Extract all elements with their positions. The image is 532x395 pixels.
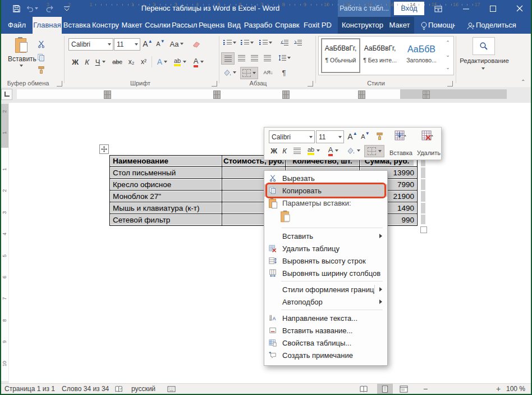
mini-font-size-combo[interactable]: 11 [316,130,344,143]
zoom-level[interactable]: 100 % [506,384,525,394]
text-effects-button[interactable]: А [155,56,169,67]
column-marker-icon[interactable] [104,90,111,99]
collapse-ribbon-icon[interactable]: ⌃ [521,79,525,85]
tab-selector[interactable] [1,89,12,100]
tab-developer[interactable]: Разрабо [244,17,273,34]
tab-mailings[interactable]: Рассылы [172,17,198,34]
mini-shrink-font-button[interactable]: A▼ [360,130,371,142]
mini-format-painter-button[interactable] [373,130,386,142]
shrink-font-button[interactable]: A▼ [155,38,166,49]
menu-item-cut[interactable]: Вырезать [264,172,387,184]
styles-dialog-launcher[interactable] [447,81,453,87]
font-size-combo[interactable]: 11 [114,38,140,51]
keyboard-icon[interactable] [167,385,176,395]
tab-design[interactable]: Констру [92,17,119,34]
mini-bold-button[interactable]: Ж [269,145,279,156]
bullets-button[interactable] [222,37,237,48]
share-icon[interactable] [465,20,477,31]
menu-item-table-properties[interactable]: Свойства таблицы... [264,337,387,349]
numbering-button[interactable] [239,37,255,48]
paste-button[interactable]: Вставить [8,37,35,79]
style-no-spacing[interactable]: АаБбВвГг, ¶ Без инте... [361,38,398,72]
mini-insert-button[interactable]: Вставка [388,129,414,157]
menu-item-insert-caption[interactable]: Вставить название... [264,324,387,337]
menu-item-insert[interactable]: Вставить [264,230,387,242]
mini-shading-button[interactable] [344,145,362,156]
column-marker-icon[interactable] [213,90,221,99]
align-right-button[interactable] [248,52,260,63]
grow-font-button[interactable]: A▲ [141,38,154,49]
close-button[interactable] [510,0,530,17]
line-spacing-button[interactable] [276,52,293,63]
align-left-button[interactable] [221,52,235,65]
save-icon[interactable] [10,3,22,14]
copy-button[interactable] [35,52,47,63]
tab-insert[interactable]: Вставка [63,17,91,34]
sort-button[interactable]: АЯ↓ [262,67,275,78]
table-resize-handle[interactable] [420,226,427,233]
page-indicator[interactable]: Страница 1 из 1 [4,384,55,394]
mini-grow-font-button[interactable]: A▲ [346,130,359,142]
tab-table-layout[interactable]: Макет [386,17,413,34]
style-normal[interactable]: АаБбВвГг, ¶ Обычный [321,38,360,73]
cut-button[interactable] [35,38,47,49]
menu-item-border-styles[interactable]: Стили оформления границ [264,283,387,296]
bold-button[interactable]: Ж [70,56,81,67]
menu-item-copy[interactable]: Копировать [264,184,387,197]
tab-references[interactable]: Ссылки [145,17,171,34]
print-layout-button[interactable] [377,384,393,394]
menu-item-autofit[interactable]: Автоподбор [264,296,387,308]
subscript-button[interactable]: x₂ [126,56,137,67]
align-center-button[interactable] [235,52,247,63]
tell-me-label[interactable]: Помощн [428,17,455,34]
tab-layout[interactable]: Макет [120,17,144,34]
web-layout-button[interactable] [400,385,408,395]
tab-table-design[interactable]: Конструктор [340,17,385,34]
tab-foxit[interactable]: Foxit PD [302,17,333,34]
mini-font-name-combo[interactable]: Calibri [269,130,315,143]
column-marker-icon[interactable] [358,90,365,99]
tab-review[interactable]: Рецензи [199,17,224,34]
menu-item-distribute-rows[interactable]: Выровнять высоту строк [264,255,387,267]
font-dialog-launcher[interactable] [212,81,217,87]
menu-item-new-comment[interactable]: Создать примечание [264,349,387,361]
styles-gallery-scroll[interactable]: ⌃⌄⌄ [443,37,452,74]
language-indicator[interactable]: русский [131,384,155,394]
tab-home[interactable]: Главная [33,17,62,34]
keep-source-formatting-button[interactable] [280,210,290,225]
mini-align-button[interactable] [291,145,302,156]
highlight-color-button[interactable]: ab [172,56,189,67]
shading-button[interactable] [221,67,238,78]
word-count[interactable]: Слово 34 из 34 [62,384,109,394]
tab-view[interactable]: Вид [226,17,242,34]
justify-button[interactable] [261,52,273,63]
font-name-combo[interactable]: Calibri [68,38,113,51]
style-heading1[interactable]: АаБбВ Заголово... [401,38,442,72]
read-mode-button[interactable] [360,385,368,395]
clipboard-dialog-launcher[interactable] [57,81,62,87]
mini-borders-button[interactable] [364,145,384,157]
mini-highlight-button[interactable]: ab [305,145,323,156]
show-marks-button[interactable]: ¶ [278,67,290,78]
zoom-in-button[interactable]: + [496,384,501,394]
paragraph-dialog-launcher[interactable] [308,81,313,87]
editing-group-button[interactable]: Редактирование [453,57,515,64]
clear-formatting-button[interactable] [190,38,203,49]
mini-delete-button[interactable]: Удалить [415,129,441,157]
share-label[interactable]: Поделиться [476,17,521,34]
column-marker-icon[interactable] [282,90,290,99]
find-button[interactable] [473,37,495,55]
multilevel-list-button[interactable] [257,37,274,48]
tab-file[interactable]: Файл [4,17,29,34]
mini-italic-button[interactable]: К [280,145,289,156]
proofing-icon[interactable] [115,385,123,395]
borders-button[interactable] [240,67,258,79]
decrease-indent-button[interactable] [278,37,291,48]
menu-item-distribute-columns[interactable]: Выровнять ширину столбцов [264,267,387,279]
menu-item-text-direction[interactable]: A Направление текста... [264,312,387,324]
undo-icon[interactable] [26,3,38,14]
strikethrough-button[interactable]: abc [110,56,125,67]
change-case-button[interactable]: Aa [168,38,185,49]
font-color-button[interactable]: А [191,56,207,67]
table-move-handle[interactable] [99,144,109,154]
